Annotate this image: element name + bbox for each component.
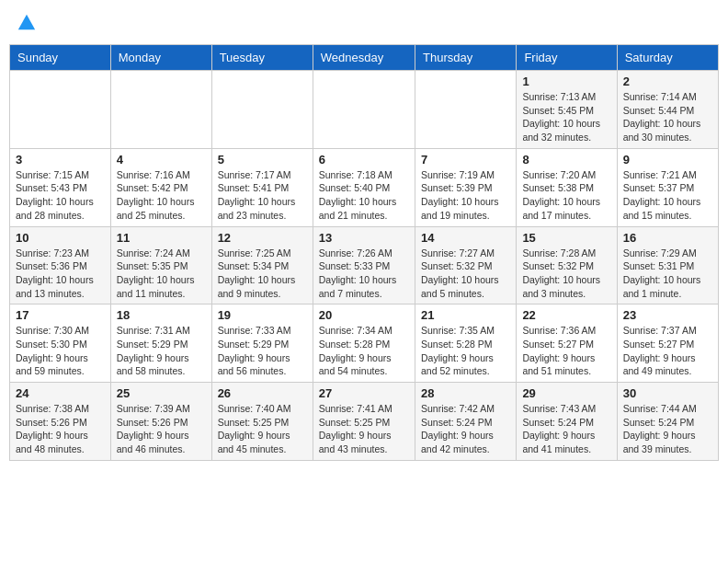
calendar-cell: 4Sunrise: 7:16 AM Sunset: 5:42 PM Daylig… <box>110 148 211 226</box>
calendar-cell: 14Sunrise: 7:27 AM Sunset: 5:32 PM Dayli… <box>415 226 516 304</box>
day-number: 28 <box>421 386 510 400</box>
day-info: Sunrise: 7:28 AM Sunset: 5:32 PM Dayligh… <box>522 247 610 301</box>
day-number: 11 <box>117 231 206 245</box>
day-number: 21 <box>421 308 510 322</box>
day-number: 27 <box>319 386 409 400</box>
calendar-cell: 16Sunrise: 7:29 AM Sunset: 5:31 PM Dayli… <box>617 226 718 304</box>
calendar-cell <box>415 71 516 149</box>
day-number: 9 <box>623 153 712 167</box>
calendar-cell: 8Sunrise: 7:20 AM Sunset: 5:38 PM Daylig… <box>517 148 617 226</box>
day-number: 30 <box>623 386 712 400</box>
day-info: Sunrise: 7:37 AM Sunset: 5:27 PM Dayligh… <box>623 324 712 378</box>
calendar-cell: 12Sunrise: 7:25 AM Sunset: 5:34 PM Dayli… <box>211 226 313 304</box>
day-info: Sunrise: 7:36 AM Sunset: 5:27 PM Dayligh… <box>522 324 610 378</box>
day-of-week-header: Saturday <box>617 45 718 71</box>
calendar-cell: 30Sunrise: 7:44 AM Sunset: 5:24 PM Dayli… <box>617 383 718 461</box>
day-number: 24 <box>16 386 105 400</box>
calendar-cell: 22Sunrise: 7:36 AM Sunset: 5:27 PM Dayli… <box>517 304 617 383</box>
day-number: 23 <box>623 308 712 322</box>
day-info: Sunrise: 7:38 AM Sunset: 5:26 PM Dayligh… <box>16 402 105 456</box>
day-number: 4 <box>117 153 206 167</box>
day-info: Sunrise: 7:42 AM Sunset: 5:24 PM Dayligh… <box>421 402 510 456</box>
calendar-cell <box>10 71 111 149</box>
day-number: 14 <box>421 231 510 245</box>
day-info: Sunrise: 7:20 AM Sunset: 5:38 PM Dayligh… <box>522 168 610 223</box>
calendar-cell: 9Sunrise: 7:21 AM Sunset: 5:37 PM Daylig… <box>617 148 718 226</box>
calendar-week-row: 3Sunrise: 7:15 AM Sunset: 5:43 PM Daylig… <box>10 148 719 226</box>
day-info: Sunrise: 7:14 AM Sunset: 5:44 PM Dayligh… <box>623 90 712 144</box>
calendar-cell: 11Sunrise: 7:24 AM Sunset: 5:35 PM Dayli… <box>110 226 211 304</box>
day-of-week-header: Thursday <box>415 45 516 71</box>
day-info: Sunrise: 7:39 AM Sunset: 5:26 PM Dayligh… <box>117 402 206 456</box>
calendar-body: 1Sunrise: 7:13 AM Sunset: 5:45 PM Daylig… <box>10 71 719 461</box>
day-number: 8 <box>522 153 610 167</box>
day-number: 12 <box>218 231 307 245</box>
calendar-cell: 1Sunrise: 7:13 AM Sunset: 5:45 PM Daylig… <box>517 71 617 149</box>
day-info: Sunrise: 7:31 AM Sunset: 5:29 PM Dayligh… <box>117 324 206 378</box>
day-info: Sunrise: 7:26 AM Sunset: 5:33 PM Dayligh… <box>319 247 409 301</box>
day-of-week-header: Monday <box>110 45 211 71</box>
day-number: 7 <box>421 153 510 167</box>
day-info: Sunrise: 7:44 AM Sunset: 5:24 PM Dayligh… <box>623 402 712 456</box>
calendar-cell <box>313 71 415 149</box>
calendar-week-row: 10Sunrise: 7:23 AM Sunset: 5:36 PM Dayli… <box>10 226 719 304</box>
calendar-cell: 21Sunrise: 7:35 AM Sunset: 5:28 PM Dayli… <box>415 304 516 383</box>
day-info: Sunrise: 7:43 AM Sunset: 5:24 PM Dayligh… <box>522 402 610 456</box>
day-number: 17 <box>16 308 105 322</box>
calendar-cell: 3Sunrise: 7:15 AM Sunset: 5:43 PM Daylig… <box>10 148 111 226</box>
calendar-cell: 29Sunrise: 7:43 AM Sunset: 5:24 PM Dayli… <box>517 383 617 461</box>
calendar-cell: 18Sunrise: 7:31 AM Sunset: 5:29 PM Dayli… <box>110 304 211 383</box>
calendar-cell: 27Sunrise: 7:41 AM Sunset: 5:25 PM Dayli… <box>313 383 415 461</box>
day-number: 5 <box>218 153 307 167</box>
day-info: Sunrise: 7:15 AM Sunset: 5:43 PM Dayligh… <box>16 168 105 223</box>
calendar-cell: 24Sunrise: 7:38 AM Sunset: 5:26 PM Dayli… <box>10 383 111 461</box>
calendar-week-row: 17Sunrise: 7:30 AM Sunset: 5:30 PM Dayli… <box>10 304 719 383</box>
calendar-cell: 17Sunrise: 7:30 AM Sunset: 5:30 PM Dayli… <box>10 304 111 383</box>
day-info: Sunrise: 7:35 AM Sunset: 5:28 PM Dayligh… <box>421 324 510 378</box>
calendar-cell: 15Sunrise: 7:28 AM Sunset: 5:32 PM Dayli… <box>517 226 617 304</box>
calendar-cell <box>110 71 211 149</box>
day-number: 13 <box>319 231 409 245</box>
day-of-week-header: Friday <box>517 45 617 71</box>
day-info: Sunrise: 7:30 AM Sunset: 5:30 PM Dayligh… <box>16 324 105 378</box>
day-number: 26 <box>218 386 307 400</box>
calendar-cell: 6Sunrise: 7:18 AM Sunset: 5:40 PM Daylig… <box>313 148 415 226</box>
day-number: 10 <box>16 231 105 245</box>
svg-marker-0 <box>18 15 35 30</box>
calendar-week-row: 24Sunrise: 7:38 AM Sunset: 5:26 PM Dayli… <box>10 383 719 461</box>
calendar-cell: 23Sunrise: 7:37 AM Sunset: 5:27 PM Dayli… <box>617 304 718 383</box>
day-info: Sunrise: 7:40 AM Sunset: 5:25 PM Dayligh… <box>218 402 307 456</box>
day-info: Sunrise: 7:13 AM Sunset: 5:45 PM Dayligh… <box>522 90 610 144</box>
day-info: Sunrise: 7:34 AM Sunset: 5:28 PM Dayligh… <box>319 324 409 378</box>
day-number: 2 <box>623 75 712 88</box>
calendar-cell: 19Sunrise: 7:33 AM Sunset: 5:29 PM Dayli… <box>211 304 313 383</box>
logo-icon <box>17 13 37 33</box>
calendar-week-row: 1Sunrise: 7:13 AM Sunset: 5:45 PM Daylig… <box>10 71 719 149</box>
calendar-cell <box>211 71 313 149</box>
day-number: 15 <box>522 231 610 245</box>
day-info: Sunrise: 7:24 AM Sunset: 5:35 PM Dayligh… <box>117 247 206 301</box>
day-of-week-header: Sunday <box>10 45 111 71</box>
calendar-cell: 10Sunrise: 7:23 AM Sunset: 5:36 PM Dayli… <box>10 226 111 304</box>
logo <box>17 13 39 33</box>
calendar-cell: 2Sunrise: 7:14 AM Sunset: 5:44 PM Daylig… <box>617 71 718 149</box>
day-info: Sunrise: 7:17 AM Sunset: 5:41 PM Dayligh… <box>218 168 307 223</box>
day-info: Sunrise: 7:41 AM Sunset: 5:25 PM Dayligh… <box>319 402 409 456</box>
calendar-cell: 26Sunrise: 7:40 AM Sunset: 5:25 PM Dayli… <box>211 383 313 461</box>
day-info: Sunrise: 7:23 AM Sunset: 5:36 PM Dayligh… <box>16 247 105 301</box>
day-info: Sunrise: 7:33 AM Sunset: 5:29 PM Dayligh… <box>218 324 307 378</box>
day-info: Sunrise: 7:25 AM Sunset: 5:34 PM Dayligh… <box>218 247 307 301</box>
calendar-cell: 20Sunrise: 7:34 AM Sunset: 5:28 PM Dayli… <box>313 304 415 383</box>
day-of-week-header: Wednesday <box>313 45 415 71</box>
day-number: 29 <box>522 386 610 400</box>
day-number: 1 <box>522 75 610 88</box>
page-header <box>9 9 719 37</box>
day-info: Sunrise: 7:29 AM Sunset: 5:31 PM Dayligh… <box>623 247 712 301</box>
calendar-table: SundayMondayTuesdayWednesdayThursdayFrid… <box>9 44 719 461</box>
day-number: 19 <box>218 308 307 322</box>
calendar-cell: 25Sunrise: 7:39 AM Sunset: 5:26 PM Dayli… <box>110 383 211 461</box>
calendar-header-row: SundayMondayTuesdayWednesdayThursdayFrid… <box>10 45 719 71</box>
calendar-cell: 5Sunrise: 7:17 AM Sunset: 5:41 PM Daylig… <box>211 148 313 226</box>
day-info: Sunrise: 7:16 AM Sunset: 5:42 PM Dayligh… <box>117 168 206 223</box>
day-number: 18 <box>117 308 206 322</box>
